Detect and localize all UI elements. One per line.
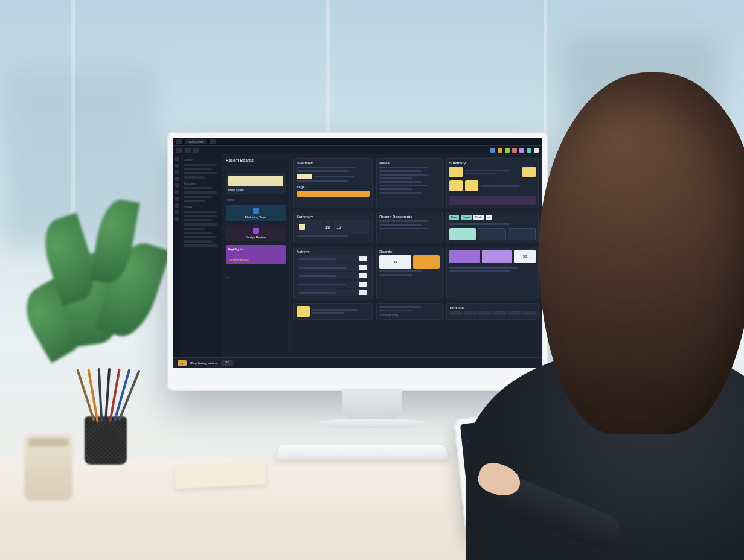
sidebar-item[interactable] bbox=[184, 200, 205, 202]
rail-icon[interactable] bbox=[175, 190, 179, 194]
sidebar-item[interactable] bbox=[184, 168, 212, 170]
project-item-blue[interactable]: Marketing Team bbox=[226, 205, 286, 221]
tag-chip[interactable]: New bbox=[449, 215, 459, 220]
list-item[interactable] bbox=[297, 272, 370, 279]
card-title: Highlights bbox=[228, 247, 283, 251]
sidebar-item[interactable] bbox=[184, 211, 217, 213]
status-bar: ● Rendering status 72 bbox=[173, 357, 542, 368]
sidebar-item[interactable] bbox=[184, 196, 212, 198]
sidebar-item[interactable] bbox=[184, 172, 217, 174]
project-column: Recent Boards — Main Board Teams Marketi… bbox=[222, 154, 290, 357]
sticky-note-icon[interactable] bbox=[449, 167, 463, 177]
list-item[interactable] bbox=[297, 289, 370, 296]
stat-value: 12 bbox=[336, 225, 341, 229]
card-link[interactable]: 2 notifications bbox=[228, 258, 283, 262]
overview-panel: Overview Tags bbox=[293, 158, 373, 208]
tag-chip[interactable]: Draft bbox=[473, 215, 484, 220]
status-label: Rendering status bbox=[190, 361, 217, 365]
square-icon bbox=[253, 228, 259, 234]
sidebar-item[interactable] bbox=[184, 191, 217, 194]
toolbar-button[interactable] bbox=[176, 148, 182, 153]
stat-icon bbox=[299, 224, 305, 230]
status-chip[interactable]: 72 bbox=[221, 360, 233, 366]
rail-icon[interactable] bbox=[175, 217, 179, 221]
panel-subtitle: Tags bbox=[297, 185, 370, 189]
card-label: Main Board bbox=[228, 188, 283, 192]
window-control-icon[interactable] bbox=[176, 139, 182, 144]
sticky-note-icon[interactable] bbox=[449, 180, 463, 191]
project-card[interactable]: Main Board bbox=[226, 173, 286, 194]
status-pill[interactable]: ● bbox=[178, 360, 187, 366]
rail-icon[interactable] bbox=[175, 210, 179, 214]
note-tile-panel bbox=[293, 303, 373, 320]
project-item-label: Marketing Team bbox=[245, 215, 266, 219]
meta-panel: Updated today bbox=[376, 303, 442, 320]
sidebar-item[interactable] bbox=[184, 244, 217, 247]
toolbar bbox=[173, 146, 542, 154]
card-tile[interactable] bbox=[449, 250, 480, 263]
badge-icon bbox=[359, 282, 367, 287]
rail-icon[interactable] bbox=[175, 164, 179, 168]
project-footer-label: — bbox=[226, 275, 286, 279]
list-item[interactable] bbox=[297, 264, 370, 271]
board-tile[interactable]: 34 bbox=[379, 255, 411, 269]
notes-panel: Notes bbox=[376, 158, 442, 208]
highlight-bar[interactable] bbox=[297, 191, 370, 197]
toolbar-button[interactable] bbox=[185, 148, 191, 153]
sidebar-item[interactable] bbox=[184, 236, 217, 238]
card-thumb bbox=[228, 176, 283, 186]
sidebar-item[interactable] bbox=[184, 228, 205, 230]
board-tile[interactable] bbox=[413, 255, 440, 269]
project-column-heading: Recent Boards bbox=[226, 158, 286, 162]
panel-title: Notes bbox=[379, 161, 439, 165]
sidebar-item[interactable] bbox=[184, 164, 217, 166]
sidebar-item[interactable] bbox=[184, 219, 212, 221]
panel-title: Activity bbox=[297, 250, 370, 253]
rail-icon[interactable] bbox=[175, 170, 179, 174]
title-tab[interactable]: Workspace bbox=[185, 139, 207, 144]
rail-icon[interactable] bbox=[175, 157, 179, 161]
window-menu-icon[interactable] bbox=[210, 139, 216, 144]
panel-title: Boards bbox=[379, 250, 439, 253]
stat-box[interactable]: 18 bbox=[297, 220, 332, 234]
project-highlight-card[interactable]: Highlights — 2 notifications bbox=[226, 245, 286, 264]
tag-chip[interactable]: Open bbox=[461, 215, 472, 220]
rail-icon[interactable] bbox=[175, 177, 179, 181]
list-item[interactable] bbox=[297, 255, 370, 262]
sidebar-item[interactable] bbox=[184, 187, 212, 189]
sidebar-section-label: Recent bbox=[184, 158, 219, 162]
sidebar-item[interactable] bbox=[184, 232, 212, 234]
panel-title: Overview bbox=[297, 161, 370, 165]
desk-plant-left bbox=[18, 193, 163, 386]
rail-icon[interactable] bbox=[175, 183, 179, 188]
rail-icon[interactable] bbox=[175, 203, 179, 208]
badge-icon bbox=[359, 265, 367, 270]
project-group-label: Teams bbox=[226, 198, 286, 202]
sticky-note-icon[interactable] bbox=[465, 180, 478, 191]
project-item-purple[interactable]: Design Review bbox=[226, 225, 286, 241]
coffee-cup bbox=[24, 434, 72, 501]
sidebar-item[interactable] bbox=[184, 240, 212, 243]
keyboard bbox=[275, 445, 449, 460]
toolbar-button[interactable] bbox=[193, 148, 199, 153]
stats-panel: Summary 18 12 bbox=[293, 212, 373, 243]
status-value: 72 bbox=[225, 361, 229, 365]
badge-icon bbox=[359, 273, 367, 278]
sidebar: Recent Favorites Shared bbox=[181, 154, 222, 357]
project-footer-label: — bbox=[226, 268, 286, 272]
activity-rail bbox=[173, 154, 181, 357]
sidebar-item[interactable] bbox=[184, 215, 217, 217]
stat-box[interactable]: 12 bbox=[334, 220, 370, 234]
panel-title: Recent Documents bbox=[379, 215, 439, 218]
badge-icon bbox=[359, 290, 367, 295]
card-tile[interactable] bbox=[449, 228, 476, 240]
sticky-note-icon[interactable] bbox=[297, 306, 310, 317]
list-item[interactable] bbox=[297, 281, 370, 288]
rail-icon[interactable] bbox=[175, 197, 179, 201]
tile-value: 34 bbox=[393, 260, 397, 264]
sidebar-item[interactable] bbox=[184, 223, 217, 226]
sidebar-item[interactable] bbox=[184, 176, 205, 179]
list-panel: Activity bbox=[293, 247, 373, 299]
titlebar: Workspace bbox=[173, 138, 542, 146]
pen-holder-mesh bbox=[85, 416, 127, 465]
